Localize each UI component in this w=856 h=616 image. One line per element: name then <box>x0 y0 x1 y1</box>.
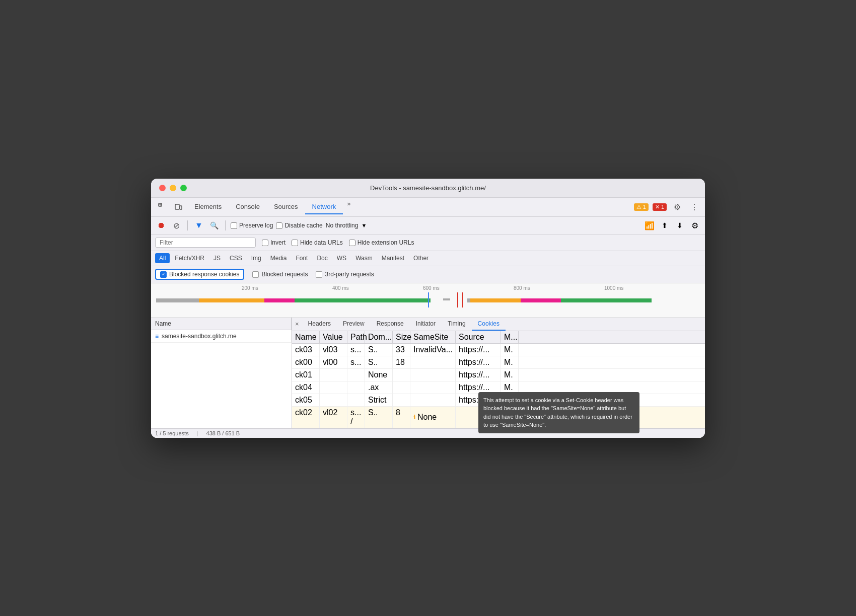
ck05-size <box>393 394 410 406</box>
timeline-line-red2 <box>462 292 463 307</box>
tab-network[interactable]: Network <box>305 200 343 214</box>
type-other[interactable]: Other <box>409 253 433 263</box>
cookie-row-ck00[interactable]: ck00 vl00 s... S.. 18 https://... M. <box>292 356 705 369</box>
type-css[interactable]: CSS <box>226 253 246 263</box>
settings-icon[interactable]: ⚙ <box>671 200 684 213</box>
panel-tab-timing[interactable]: Timing <box>442 318 472 331</box>
ck01-value <box>320 369 347 381</box>
filter-icon[interactable]: ▼ <box>193 219 205 232</box>
type-all[interactable]: All <box>155 253 170 263</box>
invert-text: Invert <box>270 239 286 246</box>
panel-tab-headers[interactable]: Headers <box>302 318 337 331</box>
ck01-domain: None <box>365 369 393 381</box>
tab-sources[interactable]: Sources <box>267 200 305 214</box>
blocked-cookies-filter[interactable]: Blocked response cookies <box>155 269 244 280</box>
preserve-log-label[interactable]: Preserve log <box>231 222 273 229</box>
panel-tab-initiator[interactable]: Initiator <box>410 318 442 331</box>
minimize-button[interactable] <box>170 185 176 191</box>
timeline-bars <box>156 295 700 305</box>
third-party-checkbox[interactable] <box>316 271 322 278</box>
network-settings-icon[interactable]: ⚙ <box>689 219 701 232</box>
download-icon[interactable]: ⬇ <box>674 219 686 232</box>
ck05-name: ck05 <box>292 394 320 406</box>
invert-label[interactable]: Invert <box>262 239 286 246</box>
cookie-tooltip: This attempt to set a cookie via a Set-C… <box>478 392 639 433</box>
type-doc[interactable]: Doc <box>313 253 331 263</box>
blocked-requests-filter[interactable]: Blocked requests <box>252 271 308 278</box>
preserve-log-checkbox[interactable] <box>231 222 237 229</box>
ck00-domain: S.. <box>365 356 393 368</box>
type-js[interactable]: JS <box>209 253 225 263</box>
timeline-bar-gray <box>156 298 199 302</box>
record-button[interactable]: ⏺ <box>155 219 167 232</box>
hide-ext-checkbox[interactable] <box>349 240 355 246</box>
more-options-icon[interactable]: ⋮ <box>688 200 701 213</box>
ck04-path <box>347 381 365 394</box>
cookie-row-ck03[interactable]: ck03 vl03 s... S.. 33 InvalidVa... https… <box>292 344 705 356</box>
tab-console[interactable]: Console <box>229 200 267 214</box>
upload-icon[interactable]: ⬆ <box>659 219 671 232</box>
type-wasm[interactable]: Wasm <box>351 253 377 263</box>
hide-data-urls-checkbox[interactable] <box>292 240 298 246</box>
invert-checkbox[interactable] <box>262 240 268 246</box>
checkbox-filters: Blocked response cookies Blocked request… <box>151 266 705 283</box>
type-font[interactable]: Font <box>292 253 312 263</box>
type-manifest[interactable]: Manifest <box>378 253 408 263</box>
ck-m-header: M... <box>501 331 519 343</box>
devtools-window: DevTools - samesite-sandbox.glitch.me/ E… <box>151 179 705 438</box>
third-party-filter[interactable]: 3rd-party requests <box>316 271 374 278</box>
disable-cache-label[interactable]: Disable cache <box>276 222 322 229</box>
timeline-bar-orange <box>199 298 264 302</box>
request-name-cell[interactable]: ≡ samesite-sandbox.glitch.me <box>151 330 292 342</box>
type-media[interactable]: Media <box>266 253 291 263</box>
throttle-value: No throttling <box>326 222 359 229</box>
throttle-dropdown-icon[interactable]: ▼ <box>361 222 367 228</box>
ck01-source: https://... <box>456 369 501 381</box>
more-tabs-icon[interactable]: » <box>343 200 354 214</box>
ck04-m: M. <box>501 381 519 394</box>
ck03-size: 33 <box>393 344 410 356</box>
error-badge: ✕ 1 <box>653 203 667 211</box>
wifi-icon[interactable]: 📶 <box>644 219 656 232</box>
blocked-requests-checkbox[interactable] <box>252 271 259 278</box>
panel-tab-preview[interactable]: Preview <box>337 318 371 331</box>
type-fetch-xhr[interactable]: Fetch/XHR <box>171 253 208 263</box>
traffic-lights <box>159 185 187 191</box>
hide-ext-label[interactable]: Hide extension URLs <box>349 239 414 246</box>
disable-cache-checkbox[interactable] <box>276 222 282 229</box>
maximize-button[interactable] <box>180 185 187 191</box>
ck02-name: ck02 <box>292 407 320 428</box>
type-img[interactable]: Img <box>247 253 265 263</box>
ck03-name: ck03 <box>292 344 320 356</box>
panel-tab-cookies[interactable]: Cookies <box>472 318 506 331</box>
timeline-bar-orange-r <box>470 298 521 302</box>
element-selector-icon[interactable] <box>155 200 169 214</box>
ck01-name: ck01 <box>292 369 320 381</box>
ck-samesite-header: SameSite <box>410 331 456 343</box>
ck05-path <box>347 394 365 406</box>
close-button[interactable] <box>159 185 166 191</box>
blocked-cookies-checkbox[interactable] <box>160 271 167 278</box>
doc-icon: ≡ <box>155 333 159 340</box>
ck02-domain: S.. <box>365 407 393 428</box>
table-row[interactable]: ≡ samesite-sandbox.glitch.me <box>151 330 292 343</box>
ck04-name: ck04 <box>292 381 320 394</box>
ck-name-header: Name <box>292 331 320 343</box>
ck03-domain: S.. <box>365 344 393 356</box>
panel-tab-response[interactable]: Response <box>371 318 410 331</box>
device-toolbar-icon[interactable] <box>171 200 185 214</box>
warning-icon: ⚠ <box>636 204 641 210</box>
filter-input[interactable] <box>155 238 256 248</box>
hide-ext-text: Hide extension URLs <box>358 239 414 246</box>
ck00-path: s... <box>347 356 365 368</box>
search-icon[interactable]: 🔍 <box>208 219 220 232</box>
cookie-row-ck01[interactable]: ck01 None https://... M. <box>292 369 705 381</box>
hide-data-urls-label[interactable]: Hide data URLs <box>292 239 343 246</box>
filter-bar: Invert Hide data URLs Hide extension URL… <box>151 235 705 251</box>
blocked-requests-label: Blocked requests <box>261 271 308 278</box>
type-ws[interactable]: WS <box>333 253 350 263</box>
timeline-bar-pink <box>264 298 295 302</box>
panel-close-button[interactable]: × <box>292 318 302 330</box>
clear-button[interactable]: ⊘ <box>170 219 182 232</box>
tab-elements[interactable]: Elements <box>187 200 229 214</box>
